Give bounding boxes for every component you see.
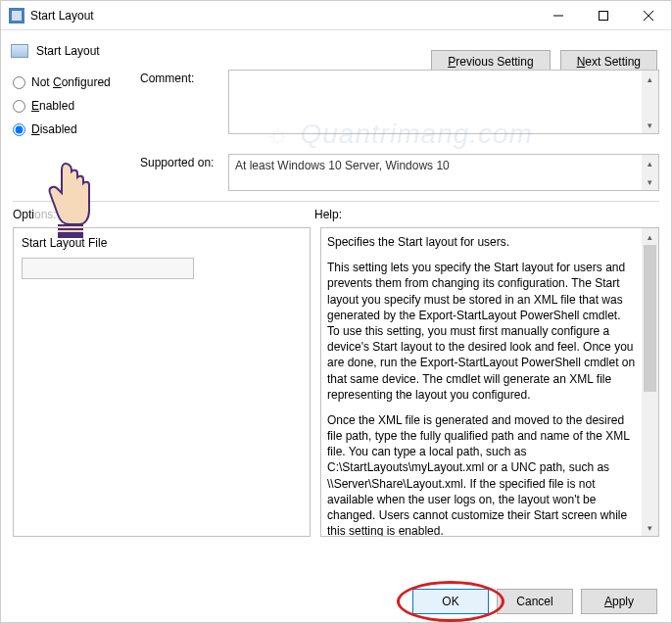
scroll-down-icon[interactable]: ▾: [642, 173, 658, 190]
scroll-up-icon[interactable]: ▴: [642, 228, 658, 245]
radio-disabled-input[interactable]: [13, 123, 25, 136]
policy-icon: [11, 44, 28, 58]
help-p2: This setting lets you specify the Start …: [327, 260, 636, 323]
ok-button[interactable]: OK: [412, 589, 489, 614]
supported-label: Supported on:: [140, 154, 228, 191]
start-layout-file-label: Start Layout File: [22, 236, 302, 250]
scroll-down-icon[interactable]: ▾: [642, 117, 658, 133]
help-content: Specifies the Start layout for users. Th…: [321, 228, 642, 536]
state-radio-group: Not Configured Enabled Disabled: [13, 70, 140, 146]
window-icon: [9, 8, 24, 24]
help-pane: Specifies the Start layout for users. Th…: [320, 227, 659, 537]
mid-labels: Options: Help:: [1, 208, 671, 221]
help-p1: Specifies the Start layout for users.: [327, 234, 636, 250]
ok-highlight-ellipse: OK: [412, 589, 489, 614]
apply-button[interactable]: Apply: [581, 589, 657, 614]
scrollbar-thumb[interactable]: [644, 245, 656, 392]
options-label: Options:: [13, 208, 314, 221]
titlebar: Start Layout: [1, 1, 671, 30]
divider: [13, 201, 659, 202]
dialog-footer: OK Cancel Apply: [412, 589, 657, 614]
window-title: Start Layout: [30, 9, 536, 23]
scroll-up-icon[interactable]: ▴: [642, 71, 658, 87]
radio-disabled[interactable]: Disabled: [13, 122, 140, 136]
help-label: Help:: [314, 208, 342, 221]
comment-scrollbar[interactable]: ▴ ▾: [642, 71, 658, 133]
supported-scrollbar[interactable]: ▴ ▾: [642, 155, 658, 190]
radio-not-configured-input[interactable]: [13, 76, 25, 89]
comment-label: Comment:: [140, 70, 228, 134]
comment-block: Comment: ▴ ▾: [140, 70, 659, 134]
minimize-button[interactable]: [536, 1, 581, 30]
radio-enabled-input[interactable]: [13, 100, 25, 113]
options-pane: Start Layout File: [13, 227, 311, 537]
scroll-down-icon[interactable]: ▾: [642, 519, 658, 536]
comment-textarea[interactable]: ▴ ▾: [228, 70, 659, 134]
maximize-button[interactable]: [581, 1, 626, 30]
help-p4: Once the XML file is generated and moved…: [327, 412, 636, 536]
window-controls: [536, 1, 671, 30]
config-row: Not Configured Enabled Disabled Comment:…: [1, 70, 671, 146]
help-p3: To use this setting, you must first manu…: [327, 323, 636, 403]
help-scrollbar[interactable]: ▴ ▾: [642, 228, 658, 536]
panes: Start Layout File Specifies the Start la…: [1, 221, 671, 537]
radio-not-configured[interactable]: Not Configured: [13, 75, 140, 89]
scroll-up-icon[interactable]: ▴: [642, 155, 658, 171]
radio-enabled[interactable]: Enabled: [13, 99, 140, 113]
supported-row: Supported on: At least Windows 10 Server…: [1, 146, 671, 191]
policy-title: Start Layout: [36, 44, 100, 58]
cancel-button[interactable]: Cancel: [497, 589, 573, 614]
supported-text: At least Windows 10 Server, Windows 10: [235, 159, 450, 172]
svg-rect-1: [600, 11, 608, 20]
close-button[interactable]: [626, 1, 671, 30]
start-layout-file-input[interactable]: [22, 258, 194, 279]
supported-box: At least Windows 10 Server, Windows 10 ▴…: [228, 154, 659, 191]
